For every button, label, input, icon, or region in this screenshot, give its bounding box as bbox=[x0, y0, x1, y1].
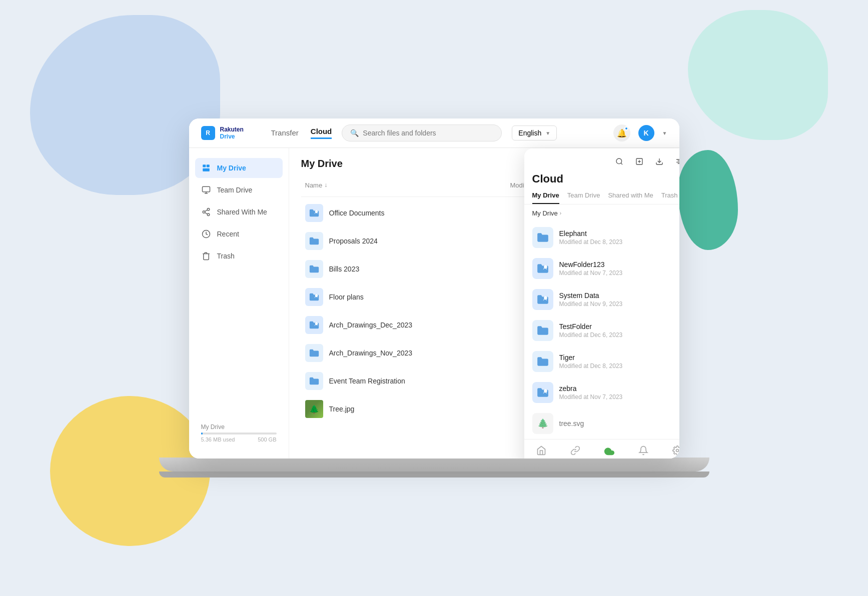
sort-icon: ↓ bbox=[324, 182, 327, 188]
upload-panel-button[interactable] bbox=[632, 154, 646, 168]
recent-icon bbox=[201, 229, 211, 239]
tab-cloud[interactable]: Cloud bbox=[311, 127, 332, 139]
image-thumbnail: 🌲 bbox=[305, 400, 323, 418]
list-item[interactable]: 🌲 tree.svg ⋮ bbox=[524, 408, 679, 439]
sidebar-label-trash: Trash bbox=[217, 252, 235, 260]
item-menu-button[interactable]: ⋮ bbox=[677, 325, 679, 336]
shared-folder-icon bbox=[532, 382, 553, 403]
item-menu-button[interactable]: ⋮ bbox=[677, 418, 679, 429]
team-drive-icon bbox=[201, 185, 211, 195]
search-panel-button[interactable] bbox=[612, 154, 626, 168]
search-input[interactable] bbox=[363, 129, 493, 137]
breadcrumb-chevron-icon: › bbox=[560, 210, 561, 216]
item-menu-button[interactable]: ⋮ bbox=[677, 387, 679, 398]
item-info: Tiger Modified at Dec 8, 2023 bbox=[559, 354, 671, 370]
panel-tab-trash[interactable]: Trash bbox=[661, 192, 678, 204]
activities-icon bbox=[638, 446, 648, 458]
home-icon bbox=[536, 446, 546, 458]
list-item[interactable]: Tiger Modified at Dec 8, 2023 ⋮ bbox=[524, 346, 679, 377]
file-name: Proposals 2024 bbox=[329, 237, 531, 245]
folder-icon bbox=[305, 344, 323, 362]
file-name: Event Team Registration bbox=[329, 377, 531, 385]
svg-point-4 bbox=[207, 208, 210, 211]
bnav-activities[interactable]: Activities bbox=[626, 444, 660, 458]
item-name: Tiger bbox=[559, 354, 671, 362]
item-name: zebra bbox=[559, 384, 671, 392]
file-name: Office Documents bbox=[329, 209, 531, 217]
sort-panel-button[interactable] bbox=[672, 154, 679, 168]
sidebar-item-trash[interactable]: Trash bbox=[195, 246, 283, 266]
links-icon bbox=[570, 446, 580, 458]
svg-rect-1 bbox=[203, 168, 210, 172]
item-info: TestFolder Modified at Dec 6, 2023 bbox=[559, 322, 671, 338]
item-date: Modified at Nov 7, 2023 bbox=[559, 270, 671, 276]
list-item[interactable]: Elephant Modified at Dec 8, 2023 ⋮ bbox=[524, 222, 679, 253]
item-date: Modified at Dec 8, 2023 bbox=[559, 362, 671, 370]
file-name: Arch_Drawings_Dec_2023 bbox=[329, 321, 531, 329]
file-icon: 🌲 bbox=[532, 413, 553, 434]
list-item[interactable]: zebra Modified at Nov 7, 2023 ⋮ bbox=[524, 377, 679, 408]
storage-bar bbox=[201, 432, 277, 434]
svg-point-26 bbox=[676, 450, 678, 452]
shared-folder-icon bbox=[305, 288, 323, 306]
logo-text: Rakuten Drive bbox=[220, 126, 244, 140]
download-panel-button[interactable] bbox=[652, 154, 666, 168]
bnav-settings[interactable]: Settings bbox=[660, 444, 679, 458]
item-date: Modified at Dec 6, 2023 bbox=[559, 332, 671, 338]
lang-selector[interactable]: English ▼ bbox=[512, 126, 557, 140]
user-avatar-button[interactable]: K bbox=[638, 125, 654, 141]
col-name-header: Name ↓ bbox=[305, 182, 510, 189]
storage-fill bbox=[201, 432, 203, 434]
list-item[interactable]: System Data Modified at Nov 9, 2023 ⋮ bbox=[524, 284, 679, 315]
panel-bottom-nav: Home Links Cloud bbox=[524, 439, 679, 458]
svg-line-8 bbox=[205, 210, 207, 212]
file-name: Bills 2023 bbox=[329, 265, 531, 273]
list-item[interactable]: TestFolder Modified at Dec 6, 2023 ⋮ bbox=[524, 315, 679, 346]
bnav-links[interactable]: Links bbox=[558, 444, 592, 458]
item-info: zebra Modified at Nov 7, 2023 bbox=[559, 384, 671, 400]
chevron-down-icon: ▼ bbox=[545, 130, 550, 136]
item-name: Elephant bbox=[559, 230, 671, 238]
bnav-cloud[interactable]: Cloud bbox=[592, 444, 626, 458]
item-menu-button[interactable]: ⋮ bbox=[677, 294, 679, 305]
item-name: System Data bbox=[559, 292, 671, 300]
user-chevron-icon: ▼ bbox=[662, 130, 667, 136]
sidebar-item-shared-with-me[interactable]: Shared With Me bbox=[195, 202, 283, 222]
shared-with-me-icon bbox=[201, 207, 211, 217]
panel-tab-my-drive[interactable]: My Drive bbox=[532, 192, 559, 204]
item-info: NewFolder123 Modified at Nov 7, 2023 bbox=[559, 260, 671, 276]
sidebar-item-team-drive[interactable]: Team Drive bbox=[195, 180, 283, 200]
svg-line-14 bbox=[621, 163, 622, 164]
item-menu-button[interactable]: ⋮ bbox=[677, 263, 679, 274]
sidebar-item-my-drive[interactable]: My Drive bbox=[195, 158, 283, 178]
item-menu-button[interactable]: ⋮ bbox=[677, 356, 679, 367]
sidebar-item-recent[interactable]: Recent bbox=[195, 224, 283, 244]
nav-tabs: Transfer Cloud bbox=[271, 127, 332, 139]
list-item[interactable]: NewFolder123 Modified at Nov 7, 2023 ⋮ bbox=[524, 253, 679, 284]
search-icon: 🔍 bbox=[350, 129, 359, 137]
panel-breadcrumb: My Drive › bbox=[524, 204, 679, 222]
bnav-home[interactable]: Home bbox=[524, 444, 558, 458]
search-bar[interactable]: 🔍 bbox=[342, 124, 502, 142]
file-name: Arch_Drawings_Nov_2023 bbox=[329, 349, 531, 357]
trash-icon bbox=[201, 251, 211, 261]
storage-info: 5.36 MB used 500 GB bbox=[201, 436, 277, 442]
rakuten-logo-icon: R bbox=[201, 126, 215, 140]
item-menu-button[interactable]: ⋮ bbox=[677, 232, 679, 243]
folder-icon bbox=[305, 232, 323, 250]
panel-file-list: Elephant Modified at Dec 8, 2023 ⋮ NewFo… bbox=[524, 222, 679, 439]
tab-transfer[interactable]: Transfer bbox=[271, 128, 299, 139]
notification-button[interactable]: 🔔 bbox=[613, 124, 630, 142]
file-name: Floor plans bbox=[329, 293, 531, 301]
sidebar-label-my-drive: My Drive bbox=[217, 164, 246, 172]
item-info: tree.svg bbox=[559, 420, 671, 428]
item-info: Elephant Modified at Dec 8, 2023 bbox=[559, 230, 671, 246]
sidebar-label-recent: Recent bbox=[217, 230, 239, 238]
file-name: Tree.jpg bbox=[329, 405, 531, 413]
laptop-base bbox=[159, 458, 709, 472]
panel-tab-shared-with-me[interactable]: Shared with Me bbox=[608, 192, 653, 204]
item-date: Modified at Nov 9, 2023 bbox=[559, 300, 671, 308]
svg-point-13 bbox=[616, 158, 622, 164]
panel-tab-team-drive[interactable]: Team Drive bbox=[567, 192, 600, 204]
item-date: Modified at Nov 7, 2023 bbox=[559, 394, 671, 400]
